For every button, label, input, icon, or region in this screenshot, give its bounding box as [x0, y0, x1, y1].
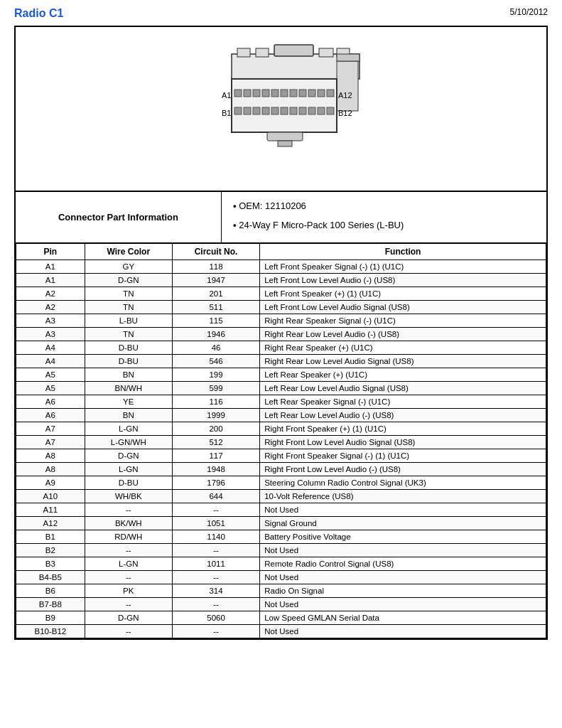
cell-8-0: A5: [16, 368, 85, 381]
cell-20-1: RD/WH: [85, 530, 172, 543]
table-row: A5BN/WH599Left Rear Low Level Audio Sign…: [16, 381, 546, 395]
cell-1-3: Left Front Low Level Audio (-) (US8): [260, 273, 546, 287]
cell-16-0: A9: [16, 476, 85, 489]
cell-24-1: PK: [85, 584, 172, 597]
svg-rect-28: [271, 107, 279, 114]
cell-14-1: D-GN: [85, 449, 172, 462]
cell-4-1: L-BU: [85, 314, 172, 327]
cell-10-3: Left Rear Speaker Signal (-) (U1C): [260, 395, 546, 408]
cell-23-2: --: [172, 570, 259, 584]
table-row: B9D-GN5060Low Speed GMLAN Serial Data: [16, 611, 546, 624]
page-date: 5/10/2012: [510, 7, 548, 17]
cell-3-3: Left Front Low Level Audio Signal (US8): [260, 300, 546, 314]
table-row: B6PK314Radio On Signal: [16, 584, 546, 597]
cell-11-3: Left Rear Low Level Audio (-) (US8): [260, 408, 546, 422]
cell-20-2: 1140: [172, 530, 259, 543]
cell-8-1: BN: [85, 368, 172, 381]
cell-7-3: Right Rear Low Level Audio Signal (US8): [260, 354, 546, 368]
svg-rect-16: [281, 90, 288, 97]
cell-5-3: Right Rear Low Level Audio (-) (US8): [260, 327, 546, 341]
cell-21-1: --: [85, 543, 172, 557]
cell-18-3: Not Used: [260, 503, 546, 516]
cell-25-3: Not Used: [260, 597, 546, 611]
cell-6-0: A4: [16, 341, 85, 354]
svg-rect-1: [237, 48, 250, 57]
cell-20-3: Battery Positive Voltage: [260, 530, 546, 543]
cell-19-0: A12: [16, 516, 85, 530]
cell-19-1: BK/WH: [85, 516, 172, 530]
cell-12-1: L-GN: [85, 422, 172, 435]
cell-10-1: YE: [85, 395, 172, 408]
cell-9-1: BN/WH: [85, 381, 172, 395]
cell-22-3: Remote Radio Control Signal (US8): [260, 557, 546, 570]
pin-table: Pin Wire Color Circuit No. Function A1GY…: [16, 243, 546, 638]
table-row: B4-B5----Not Used: [16, 570, 546, 584]
cell-2-2: 201: [172, 287, 259, 300]
col-circuit-no: Circuit No.: [172, 243, 259, 259]
cell-23-0: B4-B5: [16, 570, 85, 584]
cell-15-3: Right Front Low Level Audio (-) (US8): [260, 462, 546, 476]
svg-rect-17: [290, 90, 297, 97]
table-row: B3L-GN1011Remote Radio Control Signal (U…: [16, 557, 546, 570]
page-header: Radio C1 5/10/2012: [14, 7, 548, 20]
cell-13-2: 512: [172, 435, 259, 449]
cell-4-0: A3: [16, 314, 85, 327]
cell-22-1: L-GN: [85, 557, 172, 570]
cell-11-1: BN: [85, 408, 172, 422]
cell-12-2: 200: [172, 422, 259, 435]
table-row: A5BN199Left Rear Speaker (+) (U1C): [16, 368, 546, 381]
table-row: A4D-BU546Right Rear Low Level Audio Sign…: [16, 354, 546, 368]
cell-11-2: 1999: [172, 408, 259, 422]
cell-8-2: 199: [172, 368, 259, 381]
cell-5-1: TN: [85, 327, 172, 341]
cell-6-1: D-BU: [85, 341, 172, 354]
svg-rect-29: [281, 107, 288, 114]
cell-0-0: A1: [16, 259, 85, 273]
svg-rect-13: [253, 90, 260, 97]
page-title: Radio C1: [14, 7, 63, 20]
cell-17-3: 10-Volt Reference (US8): [260, 489, 546, 503]
cell-4-3: Right Rear Speaker Signal (-) (U1C): [260, 314, 546, 327]
cell-2-1: TN: [85, 287, 172, 300]
cell-23-3: Not Used: [260, 570, 546, 584]
svg-rect-26: [253, 107, 260, 114]
svg-rect-35: [267, 132, 303, 141]
cell-17-1: WH/BK: [85, 489, 172, 503]
cell-16-3: Steering Column Radio Control Signal (UK…: [260, 476, 546, 489]
table-row: A2TN201Left Front Speaker (+) (1) (U1C): [16, 287, 546, 300]
cell-25-1: --: [85, 597, 172, 611]
cell-21-2: --: [172, 543, 259, 557]
svg-text:A12: A12: [338, 91, 352, 100]
cell-19-3: Signal Ground: [260, 516, 546, 530]
cell-21-0: B2: [16, 543, 85, 557]
svg-text:B12: B12: [338, 109, 352, 117]
cell-27-2: --: [172, 624, 259, 638]
connector-svg: A1 A12 B1 B12: [161, 41, 402, 176]
table-row: B2----Not Used: [16, 543, 546, 557]
cell-14-3: Right Front Speaker Signal (-) (1) (U1C): [260, 449, 546, 462]
cell-24-2: 314: [172, 584, 259, 597]
cell-2-0: A2: [16, 287, 85, 300]
cell-8-3: Left Rear Speaker (+) (U1C): [260, 368, 546, 381]
cell-14-0: A8: [16, 449, 85, 462]
table-row: A7L-GN/WH512Right Front Low Level Audio …: [16, 435, 546, 449]
cell-27-0: B10-B12: [16, 624, 85, 638]
cell-16-2: 1796: [172, 476, 259, 489]
svg-rect-31: [299, 107, 306, 114]
table-row: A2TN511Left Front Low Level Audio Signal…: [16, 300, 546, 314]
cell-0-3: Left Front Speaker Signal (-) (1) (U1C): [260, 259, 546, 273]
svg-rect-4: [319, 48, 333, 57]
oem-number: OEM: 12110206: [233, 198, 535, 214]
table-row: A10WH/BK64410-Volt Reference (US8): [16, 489, 546, 503]
cell-7-1: D-BU: [85, 354, 172, 368]
cell-27-1: --: [85, 624, 172, 638]
cell-7-2: 546: [172, 354, 259, 368]
svg-rect-18: [299, 90, 306, 97]
cell-6-3: Right Rear Speaker (+) (U1C): [260, 341, 546, 354]
table-row: A1GY118Left Front Speaker Signal (-) (1)…: [16, 259, 546, 273]
cell-5-0: A3: [16, 327, 85, 341]
svg-rect-25: [244, 107, 251, 114]
svg-rect-24: [234, 107, 242, 114]
cell-10-0: A6: [16, 395, 85, 408]
cell-22-0: B3: [16, 557, 85, 570]
